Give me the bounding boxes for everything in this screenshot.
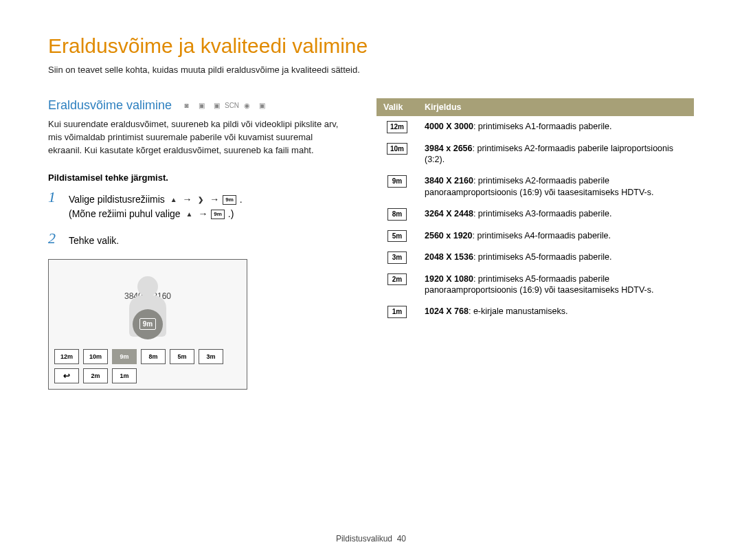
table-cell-description: 4000 X 3000: printimiseks A1-formaadis p… [418, 116, 694, 138]
step-2: 2 Tehke valik. [48, 231, 344, 248]
resolution-box-icon: 9m [223, 195, 236, 205]
table-cell-description: 3984 x 2656: printimiseks A2-formaadis p… [418, 138, 694, 171]
table-header-kirjeldus: Kirjeldus [418, 98, 694, 116]
resolution-badge-icon: 9m [387, 175, 407, 188]
step-text-fragment: .) [228, 208, 234, 219]
step-1: 1 Valige pildistusrežiimis → → 9m . (Mõn… [48, 190, 344, 221]
table-cell-option: 1m [376, 301, 418, 323]
step-number: 1 [48, 190, 60, 221]
section-body: Kui suurendate eraldusvõimet, suureneb k… [48, 118, 344, 157]
resolution-box-icon: 9m [211, 210, 225, 219]
mode-icons-group: ◙ ▣ ▣ SCN ◉ ▣ [181, 101, 269, 111]
resolution-option[interactable]: 2m [83, 368, 108, 383]
camera-screen-mock: 3840 X 2160 9m 12m10m9m8m5m3m 2m1m [48, 259, 247, 390]
step-2-text: Tehke valik. [69, 231, 119, 248]
option-row-1: 12m10m9m8m5m3m [54, 349, 241, 364]
table-row: 2m1920 X 1080: printimiseks A5-formaadis… [376, 269, 694, 302]
table-cell-description: 2560 x 1920: printimiseks A4-formaadis p… [418, 225, 694, 247]
section-heading: Eraldusvõime valimine [48, 98, 172, 113]
table-row: 1m1024 X 768: e-kirjale manustamiseks. [376, 301, 694, 323]
table-row: 9m3840 X 2160: printimiseks A2-formaadis… [376, 170, 694, 203]
step-text-fragment: . [240, 194, 243, 205]
page-subtitle: Siin on teavet selle kohta, kuidas muuta… [48, 65, 694, 75]
step-number: 2 [48, 231, 60, 248]
scene-icon: SCN [226, 101, 238, 111]
table-cell-option: 10m [376, 138, 418, 171]
resolution-badge-icon: 8m [387, 208, 407, 221]
table-cell-description: 3840 X 2160: printimiseks A2-formaadis p… [418, 170, 694, 203]
resolution-option[interactable]: 10m [83, 349, 108, 364]
step-text-fragment: → [198, 208, 210, 219]
resolution-option[interactable]: 8m [141, 349, 166, 364]
table-row: 5m2560 x 1920: printimiseks A4-formaadis… [376, 225, 694, 247]
back-icon [63, 371, 70, 381]
triangle-up-icon [168, 195, 179, 205]
smart-mode-icon: ◙ [181, 101, 193, 111]
table-cell-description: 1920 X 1080: printimiseks A5-formaadis p… [418, 269, 694, 302]
resolution-badge-icon: 2m [387, 273, 407, 286]
table-row: 12m4000 X 3000: printimiseks A1-formaadi… [376, 116, 694, 138]
resolution-option[interactable]: 12m [54, 349, 79, 364]
video-icon: ▣ [256, 101, 269, 111]
resolution-badge-icon: 3m [387, 251, 407, 264]
step-text-fragment: → [210, 194, 222, 205]
resolution-badge-icon: 5m [387, 230, 407, 243]
triangle-up-icon [184, 210, 195, 219]
resolution-option[interactable]: 3m [199, 349, 223, 364]
table-cell-option: 8m [376, 203, 418, 225]
resolution-badge-icon: 12m [387, 121, 407, 133]
table-row: 3m2048 X 1536: printimiseks A5-formaadis… [376, 247, 694, 269]
resolution-badge-icon: 1m [387, 306, 407, 318]
table-cell-description: 1024 X 768: e-kirjale manustamiseks. [418, 301, 694, 323]
table-cell-description: 3264 X 2448: printimiseks A3-formaadis p… [418, 203, 694, 225]
step-text-fragment: Valige pildistusrežiimis [69, 194, 168, 205]
subheading: Pildistamisel tehke järgmist. [48, 172, 344, 183]
table-header-valik: Valik [376, 98, 418, 116]
dual-icon: ◉ [241, 101, 254, 111]
resolution-badge-icon: 10m [387, 143, 407, 155]
table-cell-option: 2m [376, 269, 418, 302]
step-text-fragment: → [183, 194, 195, 205]
resolution-option[interactable]: 1m [112, 368, 137, 383]
chevron-right-icon [195, 195, 206, 205]
table-row: 10m3984 x 2656: printimiseks A2-formaadi… [376, 138, 694, 171]
option-row-2: 2m1m [54, 368, 241, 383]
footer-section: Pildistusvalikud [336, 534, 392, 544]
camera-icon: ▣ [196, 101, 208, 111]
page-title: Eraldusvõime ja kvaliteedi valimine [48, 34, 694, 58]
back-button[interactable] [54, 368, 79, 383]
table-cell-option: 12m [376, 116, 418, 138]
footer-page-number: 40 [397, 534, 406, 544]
table-row: 8m3264 X 2448: printimiseks A3-formaadis… [376, 203, 694, 225]
step-1-text: Valige pildistusrežiimis → → 9m . (Mõne … [69, 190, 243, 221]
table-cell-option: 3m [376, 247, 418, 269]
resolution-option[interactable]: 5m [170, 349, 194, 364]
table-cell-option: 9m [376, 170, 418, 203]
resolution-table: Valik Kirjeldus 12m4000 X 3000: printimi… [376, 98, 694, 323]
table-cell-option: 5m [376, 225, 418, 247]
step-text-fragment: (Mõne režiimi puhul valige [69, 208, 183, 219]
resolution-option[interactable]: 9m [112, 349, 137, 364]
table-cell-description: 2048 X 1536: printimiseks A5-formaadis p… [418, 247, 694, 269]
badge-text: 9m [139, 318, 156, 330]
selected-resolution-badge: 9m [133, 309, 163, 339]
camera-p-icon: ▣ [211, 101, 223, 111]
page-footer: Pildistusvalikud 40 [0, 534, 742, 544]
